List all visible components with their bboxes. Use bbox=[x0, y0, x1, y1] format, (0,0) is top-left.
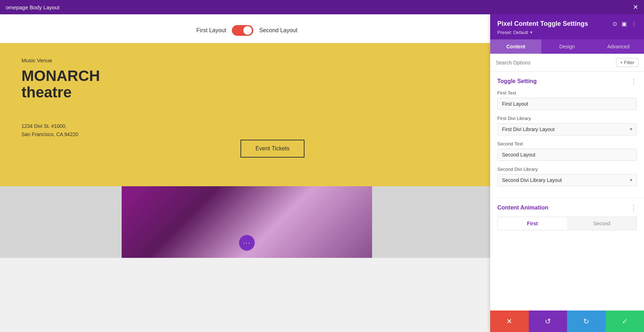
redo-button[interactable]: ↻ bbox=[567, 311, 606, 332]
first-divi-select-wrapper: First Divi Library Layout ▼ bbox=[497, 123, 637, 135]
settings-panel: Pixel Content Toggle Settings ⊙ ▣ ⋮ Pres… bbox=[490, 14, 644, 332]
layout-toggle[interactable] bbox=[232, 25, 253, 36]
preset-label: Preset: Default bbox=[497, 30, 528, 35]
yellow-section: Music Venue MONARCH theatre 1234 Divi St… bbox=[0, 43, 494, 186]
second-divi-label: Second Divi Library bbox=[497, 167, 637, 172]
preset-selector[interactable]: Preset: Default ▼ bbox=[497, 30, 637, 35]
second-text-field: Second Text bbox=[497, 141, 637, 161]
undo-button[interactable]: ↺ bbox=[529, 311, 567, 332]
second-text-input[interactable] bbox=[497, 149, 637, 161]
anim-tab-first[interactable]: First bbox=[498, 217, 567, 230]
toggle-section-more-button[interactable]: ⋮ bbox=[630, 77, 637, 85]
animation-section-more-button[interactable]: ⋮ bbox=[630, 204, 637, 212]
canvas-area: First Layout Second Layout Music Venue M… bbox=[0, 14, 494, 332]
venue-name: MONARCH theatre bbox=[21, 68, 472, 101]
filter-button[interactable]: + Filter bbox=[616, 58, 638, 67]
toggle-section-title: Toggle Setting bbox=[497, 78, 537, 85]
band-image: ··· bbox=[122, 186, 372, 258]
layout-icon-button[interactable]: ▣ bbox=[621, 20, 627, 27]
search-input[interactable] bbox=[496, 60, 613, 66]
first-text-input[interactable] bbox=[497, 98, 637, 110]
panel-header-top: Pixel Content Toggle Settings ⊙ ▣ ⋮ bbox=[497, 20, 637, 28]
panel-header-icons: ⊙ ▣ ⋮ bbox=[613, 20, 637, 27]
anim-tab-second[interactable]: Second bbox=[567, 217, 636, 230]
first-divi-field: First Divi Library First Divi Library La… bbox=[497, 116, 637, 135]
toggle-setting-section: Toggle Setting ⋮ First Text First Divi L… bbox=[490, 72, 644, 198]
second-text-label: Second Text bbox=[497, 141, 637, 146]
first-layout-label: First Layout bbox=[196, 27, 226, 34]
toggle-section-header: Toggle Setting ⋮ bbox=[497, 77, 637, 85]
toggle-thumb bbox=[243, 26, 252, 35]
panel-title: Pixel Content Toggle Settings bbox=[497, 20, 588, 28]
first-text-label: First Text bbox=[497, 90, 637, 96]
close-button[interactable]: ✕ bbox=[633, 3, 638, 11]
window-title: omepage Body Layout bbox=[6, 4, 59, 10]
event-tickets-button[interactable]: Event Tickets bbox=[240, 140, 304, 158]
animation-tabs: First Second bbox=[497, 217, 637, 230]
second-layout-label: Second Layout bbox=[259, 27, 297, 34]
first-divi-label: First Divi Library bbox=[497, 116, 637, 121]
second-divi-select[interactable]: Second Divi Library Layout bbox=[497, 174, 637, 186]
panel-content: Toggle Setting ⋮ First Text First Divi L… bbox=[490, 72, 644, 311]
gray-section: ··· bbox=[0, 186, 494, 258]
toggle-track bbox=[232, 25, 253, 36]
tab-design[interactable]: Design bbox=[541, 39, 592, 54]
second-divi-select-wrapper: Second Divi Library Layout ▼ bbox=[497, 174, 637, 186]
panel-header: Pixel Content Toggle Settings ⊙ ▣ ⋮ Pres… bbox=[490, 14, 644, 39]
first-text-field: First Text bbox=[497, 90, 637, 110]
focus-icon-button[interactable]: ⊙ bbox=[613, 20, 617, 27]
animation-section-header: Content Animation ⋮ bbox=[497, 204, 637, 212]
tab-advanced[interactable]: Advanced bbox=[593, 39, 644, 54]
tab-content[interactable]: Content bbox=[490, 39, 541, 54]
second-divi-field: Second Divi Library Second Divi Library … bbox=[497, 167, 637, 186]
title-bar: omepage Body Layout ✕ bbox=[0, 0, 644, 14]
toggle-row: First Layout Second Layout bbox=[0, 14, 494, 43]
preset-arrow-icon: ▼ bbox=[530, 30, 533, 34]
save-button[interactable]: ✓ bbox=[606, 311, 644, 332]
animation-section-title: Content Animation bbox=[497, 205, 548, 211]
animation-section: Content Animation ⋮ First Second bbox=[490, 198, 644, 236]
more-options-button[interactable]: ⋮ bbox=[631, 20, 637, 27]
action-bar: ✕ ↺ ↻ ✓ bbox=[490, 311, 644, 332]
search-row: + Filter bbox=[490, 54, 644, 72]
venue-type: Music Venue bbox=[21, 57, 472, 63]
bubble-icon[interactable]: ··· bbox=[239, 235, 255, 251]
panel-tabs: Content Design Advanced bbox=[490, 39, 644, 54]
venue-address: 1234 Divi St. #1000, San Francisco, CA 9… bbox=[21, 122, 472, 138]
first-divi-select[interactable]: First Divi Library Layout bbox=[497, 123, 637, 135]
cancel-button[interactable]: ✕ bbox=[490, 311, 529, 332]
